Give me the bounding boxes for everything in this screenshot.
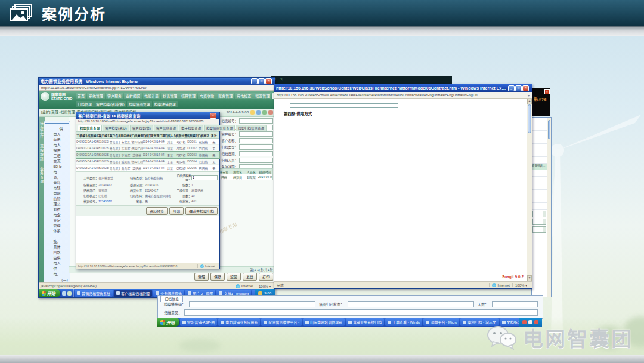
list-item[interactable]: [532, 144, 547, 150]
side-scrollbar[interactable]: [547, 118, 551, 297]
field-input[interactable]: [239, 144, 273, 150]
start-button[interactable]: 开始: [39, 289, 60, 297]
submenu-tab[interactable]: 档案注销管理: [153, 101, 178, 107]
popup-addressbar[interactable]: http://10.10.10.18/WmsWx/manage/scamecfw…: [76, 119, 219, 124]
field-input[interactable]: [239, 118, 273, 124]
table-row[interactable]: 0409002DA14040928100232青岛某某电子有限公司市南区资料归档…: [76, 145, 219, 152]
column-header[interactable]: 用电地址: [120, 132, 131, 138]
column-header[interactable]: 档案编号: [87, 132, 98, 138]
popup-tab[interactable]: 客户档案(袋): [130, 125, 153, 131]
opinion-input[interactable]: [184, 309, 538, 316]
list-item[interactable]: [532, 196, 547, 203]
popup-action-button[interactable]: 确认并档案归档: [185, 207, 218, 215]
action-button[interactable]: 打印: [259, 273, 273, 281]
submenu-tab[interactable]: 客户档案(资料/袋): [94, 101, 126, 107]
close-button[interactable]: ×: [265, 78, 272, 84]
maximize-button[interactable]: □: [515, 85, 522, 91]
popup-close-button[interactable]: ×: [210, 113, 216, 119]
exit-icon[interactable]: [268, 110, 273, 115]
close-icon[interactable]: ×: [544, 89, 550, 94]
menu-tab[interactable]: 业扩报装: [124, 93, 142, 99]
menu-tab[interactable]: 用电检查: [235, 93, 253, 99]
action-button[interactable]: 发送: [243, 273, 257, 281]
table-row[interactable]: 0409001DA14040918100231青岛某某集团有限公司市北区资料归档…: [76, 139, 219, 145]
action-button[interactable]: 受理: [194, 273, 209, 281]
document-scrollbar[interactable]: ▲ ▼: [527, 99, 532, 281]
minimize-button[interactable]: _: [508, 85, 515, 91]
home-icon[interactable]: [250, 110, 255, 115]
minimize-button[interactable]: _: [251, 78, 258, 84]
archive-query-popup[interactable]: 客户档案归档-查询 >> 档案信息查询 × http://10.10.10.18…: [76, 112, 220, 269]
column-header[interactable]: 归档日期: [143, 132, 153, 138]
task-button[interactable]: 调单平台 - Micro: [423, 318, 459, 326]
task-button[interactable]: 客户档案归档管理: [114, 290, 152, 297]
help-icon[interactable]: [262, 110, 267, 115]
action-button[interactable]: 保存: [210, 273, 225, 281]
task-button[interactable]: 配网信息维护平台 -: [261, 318, 302, 326]
menu-tab[interactable]: 电费收缴: [198, 93, 216, 99]
ie-contract-window[interactable]: http://10.156.196.30/WebSchoolCenter/Web…: [274, 84, 532, 289]
ie-icon[interactable]: [62, 291, 66, 296]
column-header[interactable]: 档案位置: [175, 132, 186, 138]
list-item[interactable]: [532, 170, 547, 177]
column-header[interactable]: 客户编号: [98, 132, 109, 138]
menu-tab[interactable]: 抄表管理: [161, 93, 179, 99]
start-button[interactable]: 开始: [157, 318, 179, 327]
function-icon-button[interactable]: 供电人向用电人提供三相交流50Hz电源，青岛市辖电网的管理公司供电企业定管理体系…: [45, 121, 68, 282]
popup-action-button[interactable]: 资料预览: [146, 207, 168, 215]
quantity-input[interactable]: [191, 175, 218, 180]
scroll-up-arrow[interactable]: ▲: [527, 99, 532, 104]
scroll-down-arrow[interactable]: ▼: [527, 275, 532, 281]
submenu-tab[interactable]: 归档管理: [76, 101, 94, 107]
popup-action-button[interactable]: 打印: [169, 207, 184, 215]
table-row[interactable]: 0409003DA14040938100233青岛某某机械有限公司李沧区袋归档2…: [76, 152, 219, 158]
popup-tab[interactable]: 客户档案(资料): [103, 125, 129, 131]
table-row[interactable]: 0409004DA14040948100234青岛某某纺织有限公司城阳区资料归档…: [76, 158, 219, 165]
side-input[interactable]: [532, 226, 546, 233]
list-item[interactable]: [532, 157, 547, 164]
window1-addressbar[interactable]: http://10.10.10.18/WmsWx/Center2/mainfrm…: [39, 85, 275, 91]
column-header[interactable]: 受理日期: [153, 132, 164, 138]
list-item[interactable]: [532, 203, 547, 210]
popup-tab[interactable]: 档案信息查询: [78, 125, 102, 131]
field-input[interactable]: [239, 151, 273, 156]
list-item[interactable]: [532, 131, 547, 137]
menu-tab[interactable]: 客户服务: [106, 93, 123, 99]
list-item[interactable]: [532, 137, 547, 144]
days-input[interactable]: [492, 301, 538, 307]
window2-titlebar[interactable]: http://10.156.196.30/WebSchoolCenter/Web…: [274, 84, 532, 92]
scroll-thumb[interactable]: [528, 104, 531, 133]
list-item[interactable]: [532, 150, 547, 157]
refresh-icon[interactable]: [256, 110, 261, 115]
ellipsis-button[interactable]: [543, 211, 546, 217]
return-status-input[interactable]: [348, 301, 474, 307]
menu-tab[interactable]: 核算管理: [179, 93, 197, 99]
column-header[interactable]: 档案袋号: [187, 132, 197, 138]
field-input[interactable]: [239, 138, 273, 143]
close-button[interactable]: ×: [522, 85, 529, 91]
window2-addressbar[interactable]: http://10.156.196.30/WebSchoolCenter/Web…: [274, 92, 532, 99]
popup-tab[interactable]: 客户信息查询: [154, 125, 178, 131]
window1-titlebar[interactable]: 电力营销业务应用系统 - Windows Internet Explorer _…: [39, 78, 275, 85]
popup-titlebar[interactable]: 客户档案归档-查询 >> 档案信息查询 ×: [76, 112, 219, 119]
menu-tab[interactable]: 首页: [76, 93, 86, 99]
menu-tab[interactable]: 账务管理: [216, 93, 234, 99]
list-item[interactable]: [532, 124, 547, 131]
scroll-thumb[interactable]: [548, 120, 550, 139]
task-button[interactable]: 工单查看 - Windo: [385, 318, 422, 326]
task-button[interactable]: 电力营销业务应用系: [218, 318, 260, 326]
popup-tab[interactable]: 档案归档信息查询: [236, 125, 267, 131]
column-header[interactable]: 工单编号: [76, 132, 87, 138]
column-header[interactable]: 客户名称: [109, 132, 120, 138]
side-input[interactable]: [532, 219, 546, 225]
task-button[interactable]: 营销归档查询系统: [75, 290, 113, 297]
list-item-selected[interactable]: 查询列表…: [532, 164, 547, 170]
desktop-icon[interactable]: [67, 291, 72, 296]
action-button[interactable]: 返回: [227, 273, 241, 281]
column-header[interactable]: 归档状态: [197, 132, 208, 138]
side-input[interactable]: [532, 211, 546, 217]
column-header[interactable]: 归档人员: [165, 132, 175, 138]
menu-tab[interactable]: 电能计量: [143, 93, 160, 99]
list-item[interactable]: [532, 177, 547, 183]
popup-tab[interactable]: 档案借阅信息查询: [204, 125, 235, 131]
